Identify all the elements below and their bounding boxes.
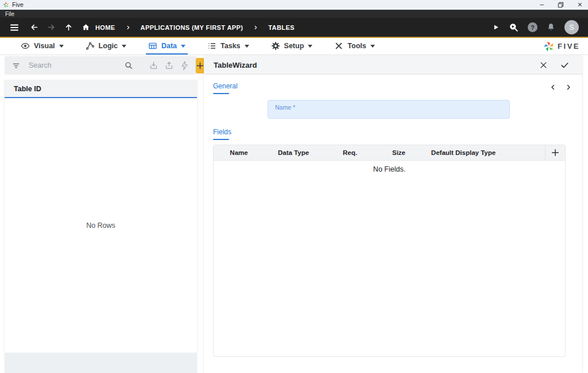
close-button[interactable]: × xyxy=(578,1,582,9)
grid-column-header[interactable]: Table ID xyxy=(5,80,197,98)
navigation-bar: HOME APPLICATIONS (MY FIRST APP) TABLES … xyxy=(0,18,588,38)
up-arrow-icon[interactable] xyxy=(64,22,74,32)
crossed-tools-icon xyxy=(334,41,343,50)
back-arrow-icon[interactable] xyxy=(29,22,39,32)
grid-body: No Rows xyxy=(5,98,197,353)
tables-grid: Table ID No Rows xyxy=(5,80,197,353)
logic-flow-icon xyxy=(86,41,95,50)
search-input[interactable] xyxy=(29,61,121,69)
wizard-title: TableWizard xyxy=(214,61,257,69)
tab-data-label: Data xyxy=(161,42,177,50)
add-table-button[interactable] xyxy=(196,58,204,73)
chevron-down-icon xyxy=(245,45,249,48)
tab-setup-label: Setup xyxy=(284,42,304,50)
name-field[interactable]: Name * xyxy=(268,100,510,119)
tab-general[interactable]: General xyxy=(213,82,238,94)
tables-list-panel: Table ID No Rows xyxy=(5,55,197,373)
import-download-icon[interactable] xyxy=(149,61,158,71)
tab-logic-label: Logic xyxy=(99,42,118,50)
chevron-down-icon xyxy=(122,45,126,48)
column-req: Req. xyxy=(323,145,377,160)
next-page-chevron-icon[interactable] xyxy=(565,84,572,91)
chevron-down-icon xyxy=(308,45,312,48)
filter-icon[interactable] xyxy=(11,61,21,70)
wizard-header: TableWizard xyxy=(204,56,582,75)
chevron-down-icon xyxy=(181,45,185,48)
no-fields-message: No Fields. xyxy=(214,165,565,173)
user-avatar[interactable]: S xyxy=(564,20,579,34)
five-brand-logo: FIVE xyxy=(543,38,588,55)
tab-visual[interactable]: Visual xyxy=(18,38,66,55)
eye-icon xyxy=(21,41,30,50)
gear-icon xyxy=(271,41,280,50)
run-play-icon[interactable] xyxy=(492,24,500,31)
breadcrumb-tables[interactable]: TABLES xyxy=(268,24,295,31)
wizard-body: General Name * Fields Name xyxy=(204,75,582,373)
five-pinwheel-icon xyxy=(543,41,555,52)
task-list-icon xyxy=(207,41,216,50)
tab-visual-label: Visual xyxy=(34,42,55,50)
search-icon[interactable] xyxy=(124,61,134,71)
menu-bar: File xyxy=(0,10,588,18)
tab-fields[interactable]: Fields xyxy=(213,128,231,140)
add-field-button[interactable] xyxy=(545,145,565,160)
forward-arrow-icon[interactable] xyxy=(47,22,56,32)
column-data-type: Data Type xyxy=(264,145,323,160)
module-toolbar: Visual Logic Data Tasks xyxy=(0,38,588,55)
restore-button[interactable] xyxy=(558,2,564,8)
chevron-right-icon xyxy=(253,25,258,30)
table-grid-icon xyxy=(148,41,157,50)
chevron-right-icon xyxy=(125,25,131,30)
prev-page-chevron-icon[interactable] xyxy=(550,84,556,91)
main-content: Table ID No Rows TableWizard General xyxy=(0,55,588,373)
export-share-icon[interactable] xyxy=(164,61,174,71)
chevron-down-icon xyxy=(59,45,64,48)
tab-tools-label: Tools xyxy=(347,42,366,50)
tab-setup[interactable]: Setup xyxy=(269,38,315,55)
no-rows-message: No Rows xyxy=(86,222,115,230)
breadcrumb-home[interactable]: HOME xyxy=(95,24,115,31)
tab-tasks-label: Tasks xyxy=(220,42,241,50)
window-title: Five xyxy=(12,1,24,8)
five-logo-icon xyxy=(3,2,9,8)
breadcrumb-applications[interactable]: APPLICATIONS (MY FIRST APP) xyxy=(141,24,243,31)
help-icon[interactable]: ? xyxy=(528,22,537,32)
name-field-label: Name * xyxy=(275,104,502,111)
header-spacer xyxy=(506,145,545,160)
minimize-button[interactable]: – xyxy=(540,1,544,8)
table-wizard-panel: TableWizard General xyxy=(204,56,582,373)
home-icon[interactable] xyxy=(82,23,90,32)
column-size: Size xyxy=(377,145,420,160)
list-search-toolbar xyxy=(5,56,197,75)
tab-tasks[interactable]: Tasks xyxy=(205,38,252,55)
file-menu[interactable]: File xyxy=(5,11,14,17)
cancel-x-icon[interactable] xyxy=(539,61,548,69)
breadcrumb: HOME APPLICATIONS (MY FIRST APP) TABLES xyxy=(82,23,295,32)
five-wordmark: FIVE xyxy=(558,42,580,50)
chevron-down-icon xyxy=(370,45,375,48)
grid-footer xyxy=(5,353,197,373)
tab-tools[interactable]: Tools xyxy=(332,38,377,55)
column-header-table-id[interactable]: Table ID xyxy=(14,85,41,93)
tab-data[interactable]: Data xyxy=(146,38,188,55)
column-name: Name xyxy=(214,145,264,160)
hamburger-menu-icon[interactable] xyxy=(9,22,20,33)
column-default-display-type: Default Display Type xyxy=(420,145,506,160)
fields-table-header: Name Data Type Req. Size Default Display… xyxy=(214,145,565,161)
fields-table: Name Data Type Req. Size Default Display… xyxy=(213,145,566,357)
tab-logic[interactable]: Logic xyxy=(83,38,129,55)
lightning-icon[interactable] xyxy=(180,61,189,71)
os-titlebar: Five – × xyxy=(0,0,588,10)
save-check-icon[interactable] xyxy=(560,60,570,70)
notifications-bell-icon[interactable] xyxy=(546,22,556,32)
preview-search-icon[interactable] xyxy=(508,22,519,33)
